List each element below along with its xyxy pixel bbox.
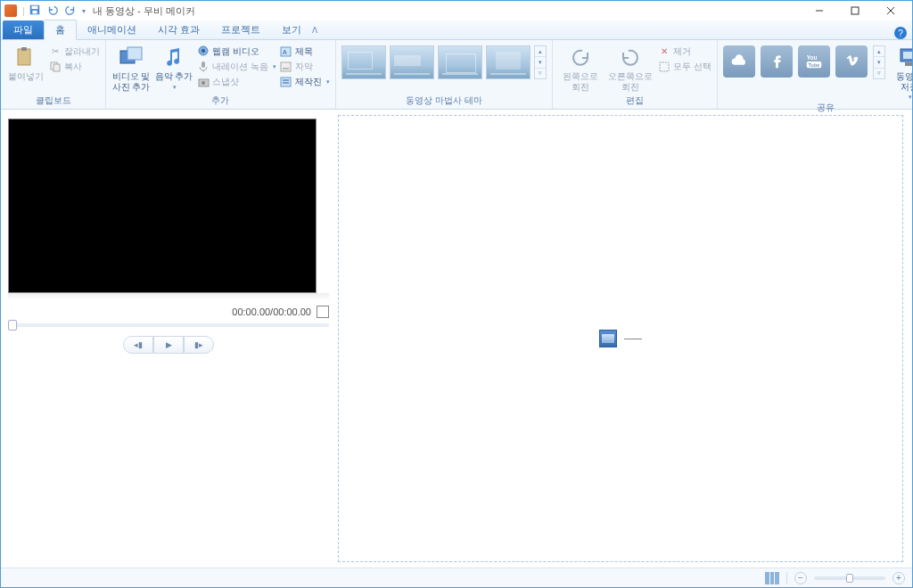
svg-point-18 <box>202 81 205 85</box>
svg-rect-7 <box>18 49 30 65</box>
minimize-button[interactable] <box>802 2 837 20</box>
snapshot-label: 스냅샷 <box>212 76 239 88</box>
tab-visual-effects[interactable]: 시각 효과 <box>147 20 210 39</box>
view-mode-icon[interactable] <box>765 572 779 584</box>
app-icon <box>4 4 17 17</box>
theme-scroll-down[interactable]: ▾ <box>535 57 546 68</box>
undo-icon[interactable] <box>46 4 59 18</box>
svg-rect-8 <box>21 47 27 51</box>
save-movie-icon <box>897 45 913 69</box>
window-title: 내 동영상 - 무비 메이커 <box>93 4 195 18</box>
svg-rect-23 <box>281 78 291 86</box>
zoom-slider[interactable] <box>814 576 885 580</box>
title-bar: | ▾ 내 동영상 - 무비 메이커 <box>1 1 912 20</box>
paste-button[interactable]: 붙여넣기 <box>6 43 45 82</box>
paste-label: 붙여넣기 <box>8 71 44 82</box>
share-onedrive-button[interactable] <box>723 45 755 78</box>
cut-icon: ✂ <box>49 45 62 58</box>
zoom-in-button[interactable]: + <box>892 572 905 584</box>
help-icon[interactable]: ? <box>894 27 907 39</box>
group-edit: 왼쪽으로 회전 오른쪽으로 회전 ✕제거 모두 선택 편집 <box>553 40 718 109</box>
svg-rect-15 <box>202 61 205 68</box>
share-youtube-button[interactable]: YouTube <box>798 45 830 78</box>
rotate-left-button[interactable]: 왼쪽으로 회전 <box>558 43 603 92</box>
svg-text:You: You <box>806 54 817 61</box>
theme-4[interactable] <box>486 45 531 79</box>
storyboard[interactable] <box>338 115 903 562</box>
group-clipboard: 붙여넣기 ✂잘라내기 복사 클립보드 <box>1 40 106 109</box>
qat-dropdown-icon[interactable]: ▾ <box>82 7 86 15</box>
theme-1[interactable] <box>341 45 386 79</box>
cut-label: 잘라내기 <box>64 45 100 58</box>
svg-rect-31 <box>903 52 913 59</box>
add-media-button[interactable]: 비디오 및 사진 추가 <box>111 43 151 92</box>
svg-text:Tube: Tube <box>808 62 819 68</box>
ribbon: 붙여넣기 ✂잘라내기 복사 클립보드 비디오 및 사진 추가 음악 추가▾ 웹캠… <box>1 40 912 110</box>
theme-3[interactable] <box>438 45 482 79</box>
snapshot-button[interactable]: 스냅샷 <box>197 74 276 89</box>
svg-rect-1 <box>31 6 37 10</box>
music-icon <box>161 45 186 69</box>
preview-pane: 00:00.00/00:00.00 ◂▮ ▶ ▮▸ <box>1 110 336 568</box>
share-vimeo-button[interactable] <box>835 45 868 78</box>
fullscreen-icon[interactable] <box>317 306 329 318</box>
rotate-right-button[interactable]: 오른쪽으로 회전 <box>606 43 654 92</box>
clip-icon <box>599 330 617 347</box>
tab-home[interactable]: 홈 <box>44 20 77 40</box>
select-all-button[interactable]: 모두 선택 <box>658 59 711 74</box>
narration-button[interactable]: 내레이션 녹음▾ <box>197 59 276 74</box>
main-content: 00:00.00/00:00.00 ◂▮ ▶ ▮▸ <box>1 110 912 568</box>
theme-2[interactable] <box>390 45 434 79</box>
tab-file[interactable]: 파일 <box>3 20 44 39</box>
group-label-clipboard: 클립보드 <box>6 94 100 109</box>
title-button[interactable]: A제목 <box>280 44 330 59</box>
save-icon[interactable] <box>29 4 41 18</box>
share-expand[interactable]: ▿ <box>874 69 884 78</box>
save-movie-button[interactable]: 동영상 저장▾ <box>891 43 913 101</box>
remove-label: 제거 <box>673 45 691 58</box>
rotate-left-icon <box>568 45 593 69</box>
drop-hint <box>599 330 642 347</box>
redo-icon[interactable] <box>64 4 77 18</box>
maximize-button[interactable] <box>837 2 873 20</box>
status-bar: − + <box>1 568 912 587</box>
close-button[interactable] <box>873 2 909 20</box>
credits-button[interactable]: 제작진▾ <box>280 74 330 89</box>
svg-rect-21 <box>281 62 291 71</box>
zoom-out-button[interactable]: − <box>794 572 807 584</box>
playback-time: 00:00.00/00:00.00 <box>232 306 311 317</box>
theme-scroll-up[interactable]: ▴ <box>535 46 546 57</box>
tab-animations[interactable]: 애니메이션 <box>77 20 147 39</box>
copy-button[interactable]: 복사 <box>49 59 100 74</box>
share-scroll-up[interactable]: ▴ <box>874 46 884 57</box>
group-label-share: 공유 <box>723 101 913 116</box>
prev-frame-button[interactable]: ◂▮ <box>123 336 153 354</box>
video-preview[interactable] <box>8 118 317 293</box>
collapse-ribbon-icon[interactable]: ᐱ <box>312 26 317 35</box>
group-label-themes: 동영상 마법사 테마 <box>341 94 547 109</box>
share-scroll-down[interactable]: ▾ <box>874 57 884 68</box>
next-frame-button[interactable]: ▮▸ <box>184 336 214 354</box>
add-music-button[interactable]: 음악 추가▾ <box>154 43 193 91</box>
title-label: 제목 <box>295 45 313 58</box>
caption-label: 자막 <box>295 61 313 73</box>
snapshot-icon <box>197 76 210 88</box>
quick-access-toolbar: ▾ <box>29 4 86 18</box>
share-facebook-button[interactable] <box>761 45 793 78</box>
svg-rect-12 <box>127 47 142 60</box>
cut-button[interactable]: ✂잘라내기 <box>49 44 100 59</box>
tab-view[interactable]: 보기 <box>271 20 312 39</box>
seek-thumb[interactable] <box>8 320 17 331</box>
group-themes: ▴ ▾ ▿ 동영상 마법사 테마 <box>336 40 553 109</box>
caption-button[interactable]: 자막 <box>280 59 330 74</box>
select-all-icon <box>658 61 670 73</box>
play-button[interactable]: ▶ <box>153 336 184 354</box>
tab-project[interactable]: 프로젝트 <box>210 20 271 39</box>
webcam-button[interactable]: 웹캠 비디오 <box>197 44 276 59</box>
webcam-icon <box>197 45 210 58</box>
remove-button[interactable]: ✕제거 <box>658 44 711 59</box>
zoom-thumb[interactable] <box>846 574 853 583</box>
seek-bar[interactable] <box>8 323 329 327</box>
theme-expand[interactable]: ▿ <box>535 69 546 78</box>
remove-icon: ✕ <box>658 45 670 58</box>
